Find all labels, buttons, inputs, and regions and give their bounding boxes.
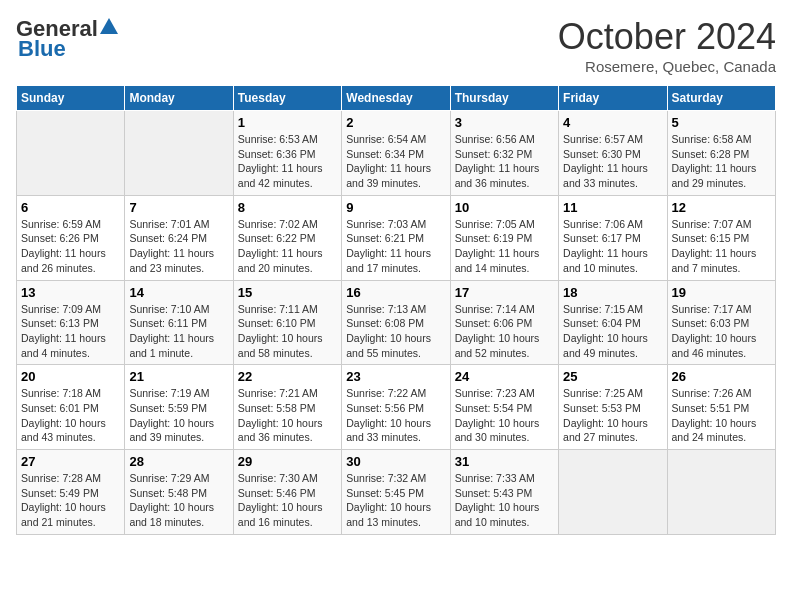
header-tuesday: Tuesday [233, 86, 341, 111]
cell-content: Sunrise: 7:13 AM Sunset: 6:08 PM Dayligh… [346, 302, 445, 361]
calendar-cell [17, 111, 125, 196]
week-row-4: 27 Sunrise: 7:28 AM Sunset: 5:49 PM Dayl… [17, 450, 776, 535]
sunrise: Sunrise: 7:17 AM [672, 303, 752, 315]
sunset: Sunset: 5:51 PM [672, 402, 750, 414]
week-row-3: 20 Sunrise: 7:18 AM Sunset: 6:01 PM Dayl… [17, 365, 776, 450]
calendar-cell: 27 Sunrise: 7:28 AM Sunset: 5:49 PM Dayl… [17, 450, 125, 535]
daylight: Daylight: 11 hours and 20 minutes. [238, 247, 323, 274]
logo-icon [98, 16, 120, 38]
cell-content: Sunrise: 7:15 AM Sunset: 6:04 PM Dayligh… [563, 302, 662, 361]
cell-content: Sunrise: 6:58 AM Sunset: 6:28 PM Dayligh… [672, 132, 771, 191]
calendar-cell: 26 Sunrise: 7:26 AM Sunset: 5:51 PM Dayl… [667, 365, 775, 450]
day-number: 29 [238, 454, 337, 469]
sunrise: Sunrise: 6:54 AM [346, 133, 426, 145]
day-number: 28 [129, 454, 228, 469]
sunset: Sunset: 5:54 PM [455, 402, 533, 414]
cell-content: Sunrise: 7:18 AM Sunset: 6:01 PM Dayligh… [21, 386, 120, 445]
sunrise: Sunrise: 7:11 AM [238, 303, 318, 315]
sunset: Sunset: 6:15 PM [672, 232, 750, 244]
day-number: 5 [672, 115, 771, 130]
sunrise: Sunrise: 7:09 AM [21, 303, 101, 315]
day-number: 16 [346, 285, 445, 300]
sunset: Sunset: 5:46 PM [238, 487, 316, 499]
cell-content: Sunrise: 6:57 AM Sunset: 6:30 PM Dayligh… [563, 132, 662, 191]
calendar-cell: 24 Sunrise: 7:23 AM Sunset: 5:54 PM Dayl… [450, 365, 558, 450]
cell-content: Sunrise: 7:11 AM Sunset: 6:10 PM Dayligh… [238, 302, 337, 361]
calendar-cell: 17 Sunrise: 7:14 AM Sunset: 6:06 PM Dayl… [450, 280, 558, 365]
calendar-cell: 15 Sunrise: 7:11 AM Sunset: 6:10 PM Dayl… [233, 280, 341, 365]
daylight: Daylight: 10 hours and 46 minutes. [672, 332, 757, 359]
calendar-header-row: SundayMondayTuesdayWednesdayThursdayFrid… [17, 86, 776, 111]
sunset: Sunset: 6:08 PM [346, 317, 424, 329]
calendar-cell: 30 Sunrise: 7:32 AM Sunset: 5:45 PM Dayl… [342, 450, 450, 535]
sunrise: Sunrise: 7:15 AM [563, 303, 643, 315]
daylight: Daylight: 11 hours and 7 minutes. [672, 247, 757, 274]
sunrise: Sunrise: 7:05 AM [455, 218, 535, 230]
day-number: 2 [346, 115, 445, 130]
cell-content: Sunrise: 7:19 AM Sunset: 5:59 PM Dayligh… [129, 386, 228, 445]
daylight: Daylight: 10 hours and 24 minutes. [672, 417, 757, 444]
calendar-cell: 12 Sunrise: 7:07 AM Sunset: 6:15 PM Dayl… [667, 195, 775, 280]
calendar-cell: 3 Sunrise: 6:56 AM Sunset: 6:32 PM Dayli… [450, 111, 558, 196]
calendar-cell: 18 Sunrise: 7:15 AM Sunset: 6:04 PM Dayl… [559, 280, 667, 365]
calendar-cell: 7 Sunrise: 7:01 AM Sunset: 6:24 PM Dayli… [125, 195, 233, 280]
location: Rosemere, Quebec, Canada [558, 58, 776, 75]
sunset: Sunset: 6:22 PM [238, 232, 316, 244]
calendar-cell: 29 Sunrise: 7:30 AM Sunset: 5:46 PM Dayl… [233, 450, 341, 535]
sunset: Sunset: 6:36 PM [238, 148, 316, 160]
calendar-cell: 16 Sunrise: 7:13 AM Sunset: 6:08 PM Dayl… [342, 280, 450, 365]
sunset: Sunset: 6:04 PM [563, 317, 641, 329]
cell-content: Sunrise: 7:22 AM Sunset: 5:56 PM Dayligh… [346, 386, 445, 445]
header-wednesday: Wednesday [342, 86, 450, 111]
daylight: Daylight: 11 hours and 42 minutes. [238, 162, 323, 189]
cell-content: Sunrise: 6:56 AM Sunset: 6:32 PM Dayligh… [455, 132, 554, 191]
cell-content: Sunrise: 7:32 AM Sunset: 5:45 PM Dayligh… [346, 471, 445, 530]
cell-content: Sunrise: 7:07 AM Sunset: 6:15 PM Dayligh… [672, 217, 771, 276]
calendar-cell: 19 Sunrise: 7:17 AM Sunset: 6:03 PM Dayl… [667, 280, 775, 365]
sunset: Sunset: 5:48 PM [129, 487, 207, 499]
cell-content: Sunrise: 7:17 AM Sunset: 6:03 PM Dayligh… [672, 302, 771, 361]
cell-content: Sunrise: 7:21 AM Sunset: 5:58 PM Dayligh… [238, 386, 337, 445]
sunrise: Sunrise: 6:57 AM [563, 133, 643, 145]
daylight: Daylight: 11 hours and 14 minutes. [455, 247, 540, 274]
sunset: Sunset: 6:19 PM [455, 232, 533, 244]
logo: General Blue [16, 16, 120, 62]
sunrise: Sunrise: 7:25 AM [563, 387, 643, 399]
daylight: Daylight: 10 hours and 49 minutes. [563, 332, 648, 359]
svg-marker-0 [100, 18, 118, 34]
week-row-1: 6 Sunrise: 6:59 AM Sunset: 6:26 PM Dayli… [17, 195, 776, 280]
cell-content: Sunrise: 7:28 AM Sunset: 5:49 PM Dayligh… [21, 471, 120, 530]
sunrise: Sunrise: 7:06 AM [563, 218, 643, 230]
daylight: Daylight: 10 hours and 52 minutes. [455, 332, 540, 359]
sunset: Sunset: 6:03 PM [672, 317, 750, 329]
week-row-2: 13 Sunrise: 7:09 AM Sunset: 6:13 PM Dayl… [17, 280, 776, 365]
title-block: October 2024 Rosemere, Quebec, Canada [558, 16, 776, 75]
sunset: Sunset: 6:01 PM [21, 402, 99, 414]
sunrise: Sunrise: 7:13 AM [346, 303, 426, 315]
daylight: Daylight: 11 hours and 29 minutes. [672, 162, 757, 189]
day-number: 31 [455, 454, 554, 469]
daylight: Daylight: 11 hours and 10 minutes. [563, 247, 648, 274]
day-number: 21 [129, 369, 228, 384]
day-number: 10 [455, 200, 554, 215]
cell-content: Sunrise: 7:01 AM Sunset: 6:24 PM Dayligh… [129, 217, 228, 276]
day-number: 27 [21, 454, 120, 469]
calendar-cell: 23 Sunrise: 7:22 AM Sunset: 5:56 PM Dayl… [342, 365, 450, 450]
daylight: Daylight: 11 hours and 17 minutes. [346, 247, 431, 274]
sunrise: Sunrise: 7:02 AM [238, 218, 318, 230]
header-thursday: Thursday [450, 86, 558, 111]
day-number: 22 [238, 369, 337, 384]
sunrise: Sunrise: 7:22 AM [346, 387, 426, 399]
sunrise: Sunrise: 7:01 AM [129, 218, 209, 230]
calendar-cell [125, 111, 233, 196]
sunset: Sunset: 5:49 PM [21, 487, 99, 499]
sunrise: Sunrise: 6:56 AM [455, 133, 535, 145]
sunrise: Sunrise: 7:28 AM [21, 472, 101, 484]
sunrise: Sunrise: 6:59 AM [21, 218, 101, 230]
day-number: 14 [129, 285, 228, 300]
day-number: 4 [563, 115, 662, 130]
sunset: Sunset: 5:43 PM [455, 487, 533, 499]
calendar-cell: 21 Sunrise: 7:19 AM Sunset: 5:59 PM Dayl… [125, 365, 233, 450]
header-sunday: Sunday [17, 86, 125, 111]
cell-content: Sunrise: 7:29 AM Sunset: 5:48 PM Dayligh… [129, 471, 228, 530]
